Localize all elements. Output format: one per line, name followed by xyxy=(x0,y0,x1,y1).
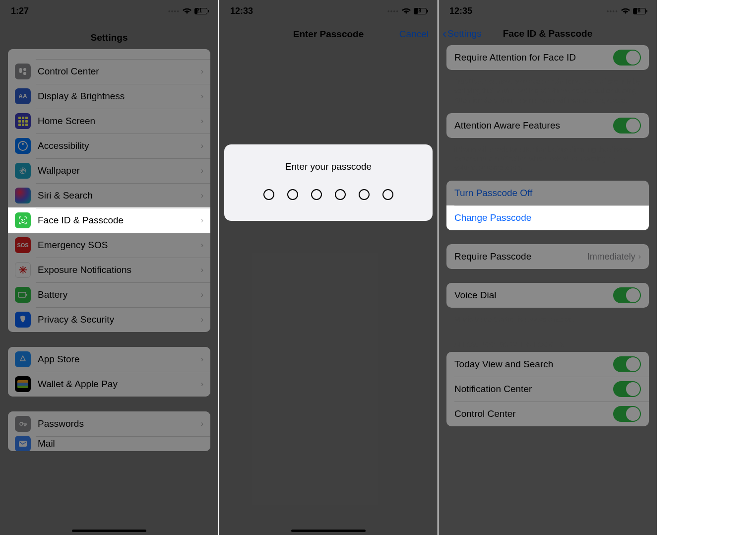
chevron-right-icon: › xyxy=(201,355,203,364)
wifi-icon xyxy=(621,8,630,15)
wallet-icon xyxy=(15,376,31,392)
settings-row-siri[interactable]: Siri & Search › xyxy=(8,183,210,208)
settings-row-mail[interactable]: Mail xyxy=(8,436,210,451)
battery-status-icon: 28 xyxy=(633,8,646,14)
home-screen-icon xyxy=(15,113,31,129)
row-today-view[interactable]: Today View and Search xyxy=(446,352,649,377)
row-label: Control Center xyxy=(454,408,613,419)
toggle-switch[interactable] xyxy=(613,50,641,66)
settings-row-face-id-passcode[interactable]: Face ID & Passcode › xyxy=(8,208,210,233)
row-label: Privacy & Security xyxy=(38,314,201,325)
chevron-right-icon: › xyxy=(201,216,203,225)
settings-row-wallpaper[interactable]: Wallpaper › xyxy=(8,158,210,183)
status-bar: 12:33 ●●●● 28 xyxy=(219,0,438,22)
row-label: Mail xyxy=(38,438,203,449)
settings-row-privacy[interactable]: Privacy & Security › xyxy=(8,307,210,332)
row-control-center[interactable]: Control Center xyxy=(446,401,649,426)
exposure-icon: ✳︎ xyxy=(15,262,31,278)
settings-row-passwords[interactable]: Passwords › xyxy=(8,411,210,436)
row-change-passcode[interactable]: Change Passcode xyxy=(446,205,649,230)
svg-rect-8 xyxy=(26,294,27,296)
row-attention-aware[interactable]: Attention Aware Features xyxy=(446,113,649,138)
status-bar: 12:35 ●●●● 28 xyxy=(439,0,657,22)
settings-row-wallet[interactable]: Wallet & Apple Pay › xyxy=(8,372,210,397)
svg-rect-10 xyxy=(19,441,27,447)
app-store-icon xyxy=(15,351,31,367)
settings-card: Require Attention for Face ID xyxy=(446,45,649,70)
back-label: Settings xyxy=(447,28,482,39)
wallpaper-icon xyxy=(15,163,31,179)
wifi-icon xyxy=(402,8,411,15)
settings-row-control-center[interactable]: Control Center › xyxy=(8,59,210,84)
passcode-dot xyxy=(382,189,393,200)
settings-row-appstore[interactable]: App Store › xyxy=(8,347,210,372)
accessibility-icon xyxy=(15,138,31,154)
toggle-switch[interactable] xyxy=(613,381,641,397)
settings-group: App Store › Wallet & Apple Pay › xyxy=(8,347,210,397)
row-label: Today View and Search xyxy=(454,359,613,370)
row-value: Immediately xyxy=(587,252,635,262)
row-label: Battery xyxy=(38,289,201,300)
passcode-dot xyxy=(311,189,322,200)
toggle-switch[interactable] xyxy=(613,406,641,422)
row-label: Change Passcode xyxy=(454,212,641,223)
cancel-button[interactable]: Cancel xyxy=(399,29,429,40)
settings-row-display-brightness[interactable]: AA Display & Brightness › xyxy=(8,84,210,109)
row-label: Control Center xyxy=(38,66,201,77)
row-label: Face ID & Passcode xyxy=(38,215,201,226)
settings-card: Voice Dial xyxy=(446,283,649,308)
row-require-passcode[interactable]: Require Passcode Immediately › xyxy=(446,244,649,269)
footer-text: Music Voice Control is always enabled. xyxy=(446,312,649,332)
passcode-dot xyxy=(263,189,274,200)
settings-row-exposure[interactable]: ✳︎ Exposure Notifications › xyxy=(8,258,210,282)
row-label: Home Screen xyxy=(38,116,201,127)
row-label: Wallet & Apple Pay xyxy=(38,379,201,390)
back-button[interactable]: ‹ Settings xyxy=(442,28,482,40)
toggle-switch[interactable] xyxy=(613,287,641,303)
control-center-icon xyxy=(15,64,31,79)
chevron-right-icon: › xyxy=(201,266,203,274)
svg-point-9 xyxy=(20,422,23,425)
footer-text: TrueDepth camera provides an additional … xyxy=(446,74,649,113)
wifi-icon xyxy=(183,8,191,15)
chevron-right-icon: › xyxy=(201,117,203,126)
svg-point-1 xyxy=(23,68,26,71)
settings-card: Require Passcode Immediately › xyxy=(446,244,649,269)
cellular-dots-icon: ●●●● xyxy=(387,9,399,13)
row-label: Notification Center xyxy=(454,384,613,395)
chevron-left-icon: ‹ xyxy=(442,28,446,40)
nav-title: Face ID & Passcode xyxy=(503,28,593,39)
row-label: Voice Dial xyxy=(454,290,613,301)
battery-settings-icon xyxy=(15,287,31,303)
status-time: 1:27 xyxy=(11,6,29,16)
row-notification-center[interactable]: Notification Center xyxy=(446,377,649,401)
svg-rect-2 xyxy=(23,72,26,75)
chevron-right-icon: › xyxy=(201,141,203,150)
settings-row-home-screen[interactable]: Home Screen › xyxy=(8,109,210,134)
settings-group: Control Center › AA Display & Brightness… xyxy=(8,49,210,332)
settings-row-accessibility[interactable]: Accessibility › xyxy=(8,134,210,158)
chevron-right-icon: › xyxy=(201,419,203,428)
passcode-dots[interactable] xyxy=(234,189,423,200)
row-turn-passcode-off[interactable]: Turn Passcode Off xyxy=(446,181,649,205)
settings-row-battery[interactable]: Battery › xyxy=(8,282,210,307)
nav-title: Enter Passcode xyxy=(293,29,364,40)
toggle-switch[interactable] xyxy=(613,118,641,134)
toggle-switch[interactable] xyxy=(613,356,641,372)
cellular-dots-icon: ●●●● xyxy=(607,9,618,13)
row-require-attention[interactable]: Require Attention for Face ID xyxy=(446,45,649,70)
chevron-right-icon: › xyxy=(201,380,203,389)
chevron-right-icon: › xyxy=(201,67,203,76)
status-time: 12:35 xyxy=(449,6,472,16)
svg-point-5 xyxy=(21,219,22,220)
home-indicator[interactable] xyxy=(72,530,146,532)
battery-status-icon: 21 xyxy=(194,8,207,14)
home-indicator[interactable] xyxy=(291,530,366,532)
row-voice-dial[interactable]: Voice Dial xyxy=(446,283,649,308)
passcode-modal: Enter your passcode xyxy=(224,144,433,221)
settings-row-emergency-sos[interactable]: SOS Emergency SOS › xyxy=(8,233,210,258)
passwords-icon xyxy=(15,416,31,432)
chevron-right-icon: › xyxy=(201,290,203,299)
row-label: Accessibility xyxy=(38,140,201,151)
row-label: Passwords xyxy=(38,418,201,429)
